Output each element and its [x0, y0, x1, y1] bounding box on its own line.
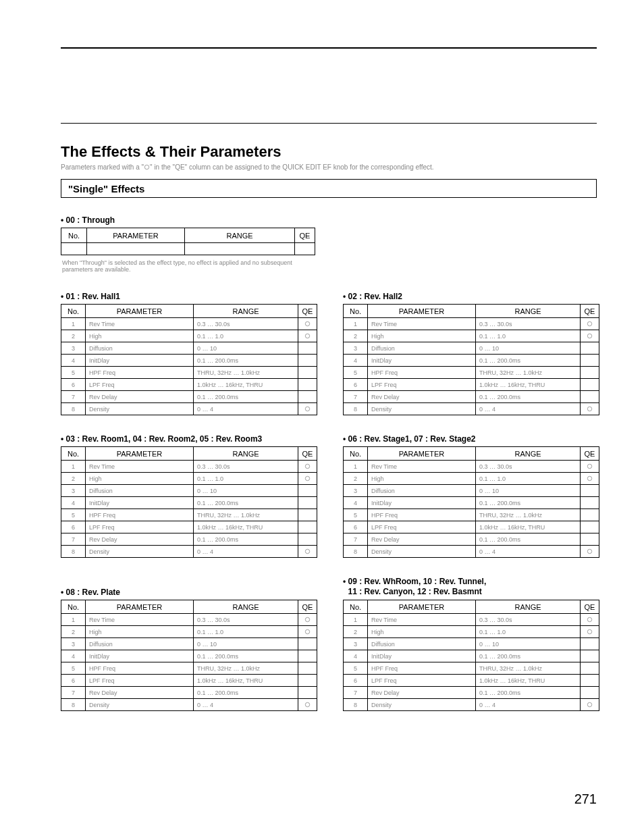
cell-qe [581, 342, 599, 355]
cell-range: 0 … 10 [476, 485, 581, 497]
svg-point-1 [305, 321, 309, 325]
cell-range: 1.0kHz … 16kHz, THRU [476, 521, 581, 533]
cell-parameter: Density [368, 546, 476, 558]
table-row: 3Diffusion0 … 10 [344, 638, 599, 650]
cell-no: 1 [61, 461, 86, 473]
cell-range: 0 … 10 [476, 638, 581, 650]
through-note: When "Through" is selected as the effect… [62, 259, 315, 273]
section-bar: "Single" Effects [61, 179, 597, 198]
cell-parameter: Rev Delay [368, 687, 476, 699]
svg-point-5 [587, 334, 591, 338]
svg-point-12 [587, 549, 591, 553]
cell-parameter: InitDlay [368, 497, 476, 509]
row-01-02: • 01 : Rev. Hall1 No.PARAMETERRANGEQE1Re… [61, 292, 597, 415]
cell-qe [298, 699, 317, 711]
cell-qe [581, 546, 599, 558]
cell-no: 8 [61, 546, 86, 558]
cell-parameter: High [86, 330, 194, 342]
table-header-cell: No. [61, 600, 86, 614]
cell-range: 0.1 … 1.0 [194, 473, 298, 485]
cell-parameter: LPF Freq [86, 379, 194, 391]
table-header-cell: No. [61, 305, 86, 318]
cell-parameter: High [86, 626, 194, 638]
cell-range: 0.1 … 1.0 [476, 626, 581, 638]
table-row: 7Rev Delay0.1 … 200.0ms [344, 391, 599, 403]
page-header [61, 47, 597, 128]
cell-qe [581, 533, 599, 546]
cell-no: 2 [61, 626, 86, 638]
table-header-cell: No. [344, 305, 368, 318]
cell-no: 2 [344, 626, 368, 638]
cell-range: 0 … 4 [194, 403, 298, 415]
cell-no: 6 [61, 521, 86, 533]
block-title-02: • 02 : Rev. Hall2 [343, 292, 599, 301]
block-title-06: • 06 : Rev. Stage1, 07 : Rev. Stage2 [343, 434, 599, 444]
cell-no: 1 [344, 318, 368, 330]
cell-range: THRU, 32Hz … 1.0kHz [476, 509, 581, 521]
cell-parameter: LPF Freq [368, 675, 476, 687]
cell-range: 0.1 … 1.0 [476, 330, 581, 342]
cell-no: 4 [61, 497, 86, 509]
cell-parameter: InitDlay [368, 355, 476, 367]
cell-range: 0.1 … 1.0 [194, 626, 298, 638]
cell-range: 0.1 … 200.0ms [476, 355, 581, 367]
table-row: 8Density0 … 4 [344, 699, 599, 711]
cell-no: 7 [344, 687, 368, 699]
cell-parameter: Rev Time [86, 614, 194, 626]
table-row: 3Diffusion0 … 10 [61, 485, 317, 497]
cell-no: 5 [344, 509, 368, 521]
table-row: 3Diffusion0 … 10 [61, 342, 317, 355]
cell-range: 0 … 4 [194, 546, 298, 558]
cell-qe [298, 403, 317, 415]
col-01: • 01 : Rev. Hall1 No.PARAMETERRANGEQE1Re… [61, 292, 317, 415]
cell-qe [581, 391, 599, 403]
table-row: 4InitDlay0.1 … 200.0ms [344, 497, 599, 509]
page-number: 271 [574, 791, 597, 807]
cell-parameter: Rev Time [368, 318, 476, 330]
cell-range: THRU, 32Hz … 1.0kHz [476, 662, 581, 675]
table-row: 3Diffusion0 … 10 [344, 485, 599, 497]
cell-range: 1.0kHz … 16kHz, THRU [194, 521, 298, 533]
table-row: 6LPF Freq1.0kHz … 16kHz, THRU [61, 379, 317, 391]
table-row: 1Rev Time0.3 … 30.0s [61, 318, 317, 330]
svg-point-0 [144, 165, 149, 169]
table-header-cell: RANGE [185, 228, 295, 243]
table-row: 2High0.1 … 1.0 [61, 330, 317, 342]
table-header-cell: PARAMETER [368, 447, 476, 461]
cell-range: 0.1 … 200.0ms [476, 650, 581, 662]
svg-point-9 [305, 549, 309, 553]
cell-no: 6 [344, 675, 368, 687]
cell-parameter: Diffusion [368, 638, 476, 650]
table-header-cell: RANGE [476, 447, 581, 461]
cell-qe [581, 367, 599, 379]
cell-qe [298, 461, 317, 473]
cell-no: 7 [61, 687, 86, 699]
svg-point-13 [305, 617, 309, 621]
svg-point-6 [587, 407, 591, 411]
table-header-cell: PARAMETER [86, 447, 194, 461]
cell-parameter: LPF Freq [86, 521, 194, 533]
cell-qe [298, 379, 317, 391]
cell-no: 5 [344, 662, 368, 675]
cell-qe [298, 638, 317, 650]
table-06: No.PARAMETERRANGEQE1Rev Time0.3 … 30.0s2… [343, 446, 599, 558]
table-row: 8Density0 … 4 [344, 546, 599, 558]
table-row: 1Rev Time0.3 … 30.0s [344, 461, 599, 473]
row-08-09: • 08 : Rev. Plate No.PARAMETERRANGEQE1Re… [61, 577, 597, 711]
cell-qe [298, 342, 317, 355]
col-02: • 02 : Rev. Hall2 No.PARAMETERRANGEQE1Re… [343, 292, 599, 415]
page: The Effects & Their Parameters Parameter… [0, 0, 644, 834]
table-header-cell: RANGE [194, 305, 298, 318]
table-row: 6LPF Freq1.0kHz … 16kHz, THRU [344, 675, 599, 687]
cell-qe [298, 546, 317, 558]
cell-qe [581, 497, 599, 509]
table-row: 2High0.1 … 1.0 [61, 473, 317, 485]
cell-parameter: Rev Delay [86, 687, 194, 699]
cell-range: 0.1 … 200.0ms [194, 497, 298, 509]
cell-range: 0.1 … 200.0ms [194, 650, 298, 662]
cell-no: 3 [61, 342, 86, 355]
table-row: 5HPF FreqTHRU, 32Hz … 1.0kHz [344, 662, 599, 675]
table-01: No.PARAMETERRANGEQE1Rev Time0.3 … 30.0s2… [61, 304, 317, 415]
cell-qe [581, 675, 599, 687]
table-row: 4InitDlay0.1 … 200.0ms [61, 355, 317, 367]
